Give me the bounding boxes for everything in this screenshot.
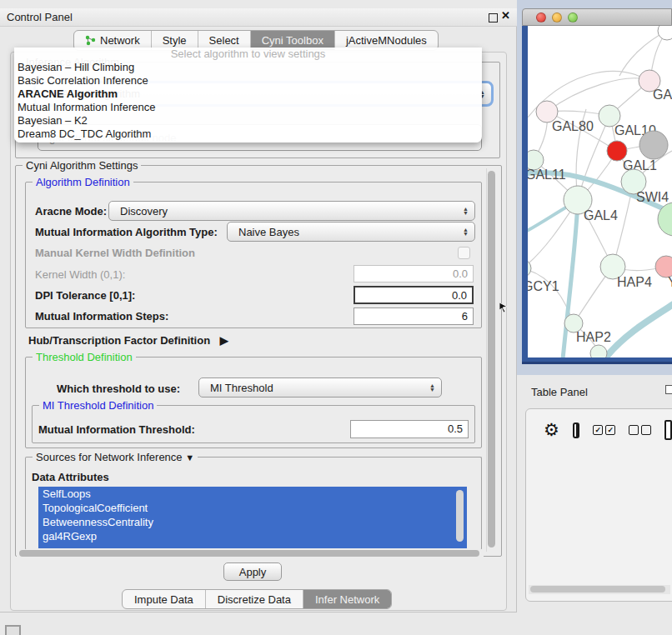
control-panel-title: Control Panel	[7, 11, 73, 23]
network-edge	[547, 78, 649, 112]
sources-title-text: Sources for Network Inference	[36, 451, 183, 463]
algorithm-option[interactable]: Dream8 DC_TDC Algorithm	[14, 128, 482, 141]
settings-vertical-scrollbar[interactable]	[486, 168, 497, 552]
control-panel-titlebar	[0, 8, 517, 27]
node-label: GAL11	[528, 168, 566, 182]
node-label: SWI4	[636, 190, 669, 204]
mi-steps-field[interactable]: 6	[354, 308, 474, 325]
tab-label: Network	[100, 34, 140, 47]
hub-definition-expander[interactable]: Hub/Transcription Factor Definition ▶	[28, 334, 228, 347]
kernel-width-label: Kernel Width (0,1):	[35, 268, 125, 281]
hub-definition-label: Hub/Transcription Factor Definition	[28, 334, 210, 347]
bottom-tabbar: Impute DataDiscretize DataInfer Network	[122, 589, 392, 609]
tab-label: Select	[209, 34, 239, 47]
mi-threshold-field[interactable]: 0.5	[350, 420, 469, 438]
mi-threshold-label: Mutual Information Threshold:	[38, 423, 195, 436]
node-label: Y	[668, 275, 672, 289]
network-canvas[interactable]: GALGAL80GAL10GAL1GAL11SWI4GAL4GCY1HAP4YH…	[528, 26, 672, 358]
combo-stepper-icon: ▲▼	[429, 383, 435, 392]
data-attributes-list[interactable]: SelfLoopsTopologicalCoefficientBetweenne…	[38, 487, 467, 548]
combo-stepper-icon: ▲▼	[463, 228, 469, 236]
tab-impute-data[interactable]: Impute Data	[123, 590, 206, 608]
select-all-checkboxes-icon[interactable]: ✓✓	[593, 425, 615, 435]
mouse-cursor	[499, 302, 508, 312]
sources-group-title[interactable]: Sources for Network Inference ▼	[33, 451, 198, 463]
tab-label: Cyni Toolbox	[262, 34, 323, 47]
algorithm-option[interactable]: Mutual Information Inference	[14, 101, 482, 114]
mi-steps-label: Mutual Information Steps:	[35, 310, 168, 322]
manual-kernel-label: Manual Kernel Width Definition	[35, 247, 195, 259]
settings-horizontal-scrollbar[interactable]	[17, 549, 484, 558]
float-panel-icon[interactable]	[489, 13, 498, 22]
node-label: GCY1	[528, 279, 559, 293]
network-node[interactable]	[590, 345, 607, 358]
network-node[interactable]	[639, 131, 668, 159]
network-edge	[604, 301, 672, 358]
maximize-window-icon[interactable]	[568, 12, 578, 22]
attr-list-scrollbar[interactable]	[456, 490, 464, 542]
node-label: GAL4	[584, 208, 618, 222]
node-label: HAP4	[617, 275, 652, 289]
split-columns-icon[interactable]	[573, 422, 579, 438]
table-horizontal-scrollbar[interactable]	[529, 585, 670, 594]
attribute-item[interactable]: TopologicalCoefficient	[38, 501, 467, 515]
collapse-arrow-icon: ▼	[185, 452, 194, 462]
minimize-window-icon[interactable]	[552, 12, 562, 22]
data-attributes-label: Data Attributes	[32, 471, 109, 483]
mi-threshold-group-title: MI Threshold Definition	[39, 399, 157, 412]
tab-infer-network[interactable]: Infer Network	[303, 590, 391, 608]
tab-discretize-data[interactable]: Discretize Data	[206, 590, 303, 608]
attribute-item[interactable]: gal4RGexp	[38, 529, 467, 543]
table-panel-float-icon[interactable]	[665, 385, 672, 394]
gear-icon[interactable]: ⚙	[544, 422, 559, 438]
which-threshold-label: Which threshold to use:	[57, 382, 180, 395]
aracne-mode-label: Aracne Mode:	[35, 205, 107, 218]
network-icon	[85, 35, 96, 46]
node-label: GAL	[653, 88, 672, 102]
table-clip: shared…name YDL19…YDL19…13YDR27…YDR27…12…	[529, 450, 672, 583]
algorithm-option[interactable]: ARACNE Algorithm	[14, 88, 482, 101]
mi-type-value: Naive Bayes	[238, 226, 299, 238]
combo-stepper-icon: ▲▼	[463, 207, 469, 215]
network-window-titlebar[interactable]	[522, 8, 672, 26]
application-window: Control Panel ✕ NetworkStyleSelectCyni T…	[0, 0, 672, 635]
network-graph: GALGAL80GAL10GAL1GAL11SWI4GAL4GCY1HAP4YH…	[528, 26, 672, 358]
network-window-frame: GALGAL80GAL10GAL1GAL11SWI4GAL4GCY1HAP4YH…	[522, 26, 672, 364]
aracne-mode-combo[interactable]: Discovery ▲▼	[108, 201, 475, 221]
deselect-all-checkboxes-icon[interactable]	[629, 425, 651, 435]
dpi-tolerance-label: DPI Tolerance [0,1]:	[35, 289, 135, 302]
which-threshold-combo[interactable]: MI Threshold ▲▼	[198, 378, 442, 398]
algorithm-option[interactable]: Bayesian – Hill Climbing	[14, 61, 482, 74]
mi-type-combo[interactable]: Naive Bayes ▲▼	[227, 222, 475, 242]
network-edge	[619, 31, 667, 76]
algorithm-placeholder: Select algorithm to view settings	[14, 48, 482, 61]
minimized-panel-icon[interactable]	[5, 625, 21, 635]
tab-label: Style	[163, 34, 187, 47]
apply-button[interactable]: Apply	[223, 562, 282, 581]
close-window-icon[interactable]	[536, 12, 546, 22]
tab-label: jActiveMNodules	[346, 34, 427, 47]
network-view-window: GALGAL80GAL10GAL1GAL11SWI4GAL4GCY1HAP4YH…	[522, 8, 672, 364]
expander-arrow-icon: ▶	[220, 334, 228, 347]
apply-button-label: Apply	[239, 566, 267, 578]
close-panel-icon[interactable]: ✕	[501, 9, 510, 22]
kernel-width-field[interactable]: 0.0	[354, 265, 474, 282]
export-table-icon[interactable]	[664, 420, 672, 440]
node-label: GAL80	[552, 119, 594, 133]
attribute-item[interactable]: BetweennessCentrality	[38, 515, 467, 529]
attribute-item[interactable]: SelfLoops	[38, 487, 467, 501]
algorithm-option[interactable]: Basic Correlation Inference	[14, 74, 482, 88]
table-panel-titlebar: Table Panel	[517, 375, 672, 407]
aracne-mode-value: Discovery	[120, 205, 168, 218]
mi-type-label: Mutual Information Algorithm Type:	[35, 226, 218, 238]
network-node[interactable]	[658, 26, 672, 40]
manual-kernel-checkbox[interactable]	[458, 247, 470, 259]
algorithm-option[interactable]: Bayesian – K2	[14, 114, 482, 128]
dpi-tolerance-field[interactable]: 0.0	[354, 286, 474, 304]
algorithm-dropdown-popup: Select algorithm to view settings Bayesi…	[14, 48, 482, 142]
table-panel-toolbar: ⚙ ✓✓	[525, 415, 672, 445]
node-label: HAP2	[576, 330, 611, 344]
threshold-definition-title: Threshold Definition	[33, 351, 136, 363]
which-threshold-value: MI Threshold	[210, 382, 273, 394]
cyni-settings-title: Cyni Algorithm Settings	[23, 159, 141, 172]
